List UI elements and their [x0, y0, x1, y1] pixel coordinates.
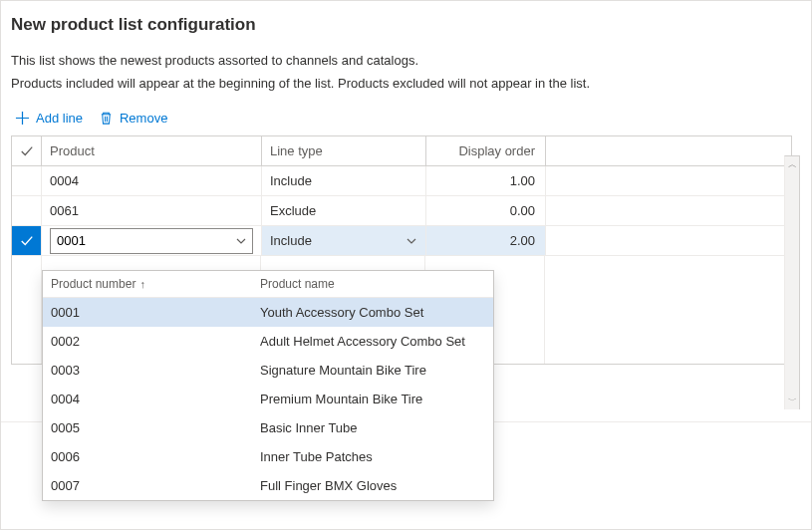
row-spacer [545, 196, 791, 225]
checkmark-icon [20, 144, 34, 158]
product-cell[interactable]: 0061 [42, 196, 261, 225]
row-spacer [545, 166, 791, 195]
dropdown-item[interactable]: 0005 Basic Inner Tube [43, 413, 493, 442]
header-spacer [545, 136, 791, 165]
product-input[interactable] [50, 228, 253, 254]
description-line-1: This list shows the newest products asso… [11, 53, 801, 68]
product-cell[interactable] [42, 226, 261, 255]
add-line-label: Add line [36, 111, 83, 126]
dropdown-item[interactable]: 0004 Premium Mountain Bike Tire [43, 385, 493, 413]
add-line-button[interactable]: Add line [15, 111, 83, 126]
header: New product list configuration This list… [1, 1, 811, 105]
dropdown-item[interactable]: 0001 Youth Accessory Combo Set [43, 298, 493, 327]
row-checkbox[interactable] [12, 166, 42, 195]
dropdown-item[interactable]: 0003 Signature Mountain Bike Tire [43, 356, 493, 385]
chevron-down-icon[interactable] [406, 235, 417, 247]
displayorder-cell[interactable]: 2.00 [425, 226, 545, 255]
scroll-down-icon[interactable]: ﹀ [788, 393, 797, 409]
product-lookup-dropdown: Product number ↑ Product name 0001 Youth… [42, 270, 494, 501]
dropdown-item[interactable]: 0007 Full Finger BMX Gloves [43, 471, 493, 500]
product-header[interactable]: Product [42, 136, 261, 165]
description-line-2: Products included will appear at the beg… [11, 76, 801, 91]
dropdown-item[interactable]: 0006 Inner Tube Patches [43, 442, 493, 471]
product-cell[interactable]: 0004 [42, 166, 261, 195]
dropdown-body[interactable]: 0001 Youth Accessory Combo Set 0002 Adul… [43, 298, 493, 500]
dropdown-number-header[interactable]: Product number ↑ [51, 277, 260, 291]
row-checkbox[interactable] [12, 226, 42, 255]
dropdown-item[interactable]: 0002 Adult Helmet Accessory Combo Set [43, 327, 493, 356]
grid-header-row: Product Line type Display order [12, 136, 791, 166]
displayorder-cell[interactable]: 1.00 [425, 166, 545, 195]
scroll-up-icon[interactable]: ︿ [788, 156, 797, 173]
select-all-header[interactable] [12, 136, 42, 165]
linetype-cell[interactable]: Include [261, 166, 425, 195]
plus-icon [15, 111, 30, 126]
row-spacer [545, 226, 791, 255]
table-row[interactable]: 0061 Exclude 0.00 [12, 196, 791, 226]
row-checkbox[interactable] [12, 196, 42, 225]
table-row[interactable]: 0004 Include 1.00 [12, 166, 791, 196]
displayorder-header[interactable]: Display order [425, 136, 545, 165]
linetype-cell[interactable]: Exclude [261, 196, 425, 225]
linetype-cell[interactable]: Include [261, 226, 425, 255]
remove-label: Remove [120, 111, 167, 126]
displayorder-cell[interactable]: 0.00 [425, 196, 545, 225]
trash-icon [99, 111, 114, 126]
remove-button[interactable]: Remove [99, 111, 167, 126]
linetype-header[interactable]: Line type [261, 136, 425, 165]
linetype-value: Include [270, 233, 312, 248]
page-title: New product list configuration [11, 15, 801, 35]
dropdown-header: Product number ↑ Product name [43, 271, 493, 298]
checkmark-icon [20, 234, 34, 248]
toolbar: Add line Remove [1, 105, 811, 135]
sort-asc-icon: ↑ [139, 278, 145, 290]
dropdown-name-header[interactable]: Product name [260, 277, 485, 291]
grid-scrollbar[interactable]: ︿ ﹀ [784, 155, 800, 409]
table-row[interactable]: Include 2.00 [12, 226, 791, 256]
